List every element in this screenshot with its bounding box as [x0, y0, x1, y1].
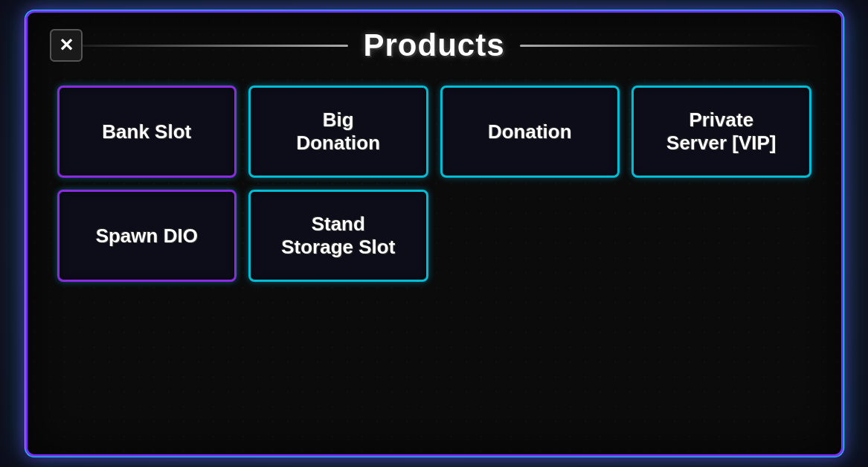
modal-title: Products: [348, 28, 519, 63]
product-private-server-vip[interactable]: PrivateServer [VIP]: [631, 86, 811, 178]
product-stand-storage-slot[interactable]: StandStorage Slot: [248, 190, 428, 282]
products-modal: ✕ Products Bank Slot BigDonation Donatio…: [25, 10, 843, 457]
product-donation[interactable]: Donation: [440, 86, 620, 178]
product-big-donation[interactable]: BigDonation: [248, 86, 428, 178]
modal-header: ✕ Products: [50, 28, 819, 63]
product-bank-slot[interactable]: Bank Slot: [57, 86, 237, 178]
close-button[interactable]: ✕: [50, 29, 83, 62]
products-grid: Bank Slot BigDonation Donation PrivateSe…: [50, 86, 819, 282]
product-spawn-dio[interactable]: Spawn DIO: [57, 190, 237, 282]
title-line-left: [50, 45, 349, 47]
title-line-right: [520, 45, 819, 47]
